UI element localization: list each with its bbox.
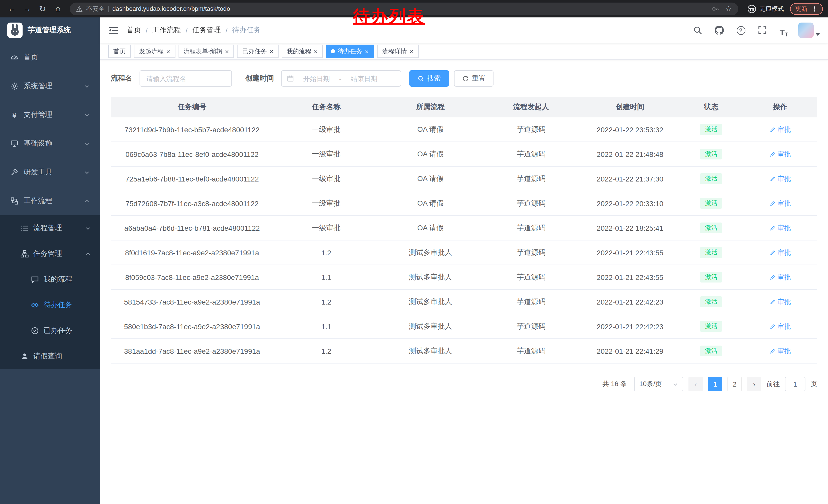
approve-link[interactable]: 审批 [769,322,791,331]
screen: ← → ↻ ⌂ 不安全 dashboard.yudao.iocoder.cn/b… [0,0,828,504]
sidebar-item-process-management[interactable]: 流程管理 [0,215,100,241]
fullscreen-icon[interactable] [755,23,770,37]
process-name-input[interactable] [139,70,232,87]
approve-link[interactable]: 审批 [769,248,791,257]
browser-update-button[interactable]: 更新 ⋮ [790,3,823,15]
cell-action: 审批 [743,174,817,183]
date-range-picker[interactable]: - [281,70,401,87]
browser-home-icon[interactable]: ⌂ [51,2,65,15]
cell-initiator: 芋道源码 [482,223,581,232]
prev-page-button[interactable]: ‹ [689,377,703,391]
create-time-label: 创建时间 [245,74,274,83]
sidebar-item-done-tasks[interactable]: 已办任务 [0,318,100,343]
tab-done-tasks[interactable]: 已办任务 × [237,45,278,58]
sidebar-item-todo-tasks[interactable]: 待办任务 [0,292,100,318]
cell-task-name: 一级审批 [273,199,379,208]
approve-link[interactable]: 审批 [769,174,791,183]
search-icon[interactable] [691,23,705,37]
app-title: 芋道管理系统 [28,26,71,35]
chevron-down-icon [84,83,90,89]
tab-start-process[interactable]: 发起流程 × [134,45,175,58]
col-header-task-id: 任务编号 [111,102,273,112]
sidebar-item-label: 首页 [24,53,90,62]
approve-link[interactable]: 审批 [769,149,791,159]
breadcrumb-separator: / [146,26,148,34]
help-icon[interactable]: ? [734,23,748,37]
cell-task-name: 一级审批 [273,174,379,183]
col-header-status: 状态 [679,102,743,112]
back-icon[interactable]: ← [5,2,18,15]
forward-icon[interactable]: → [20,2,34,15]
next-page-button[interactable]: › [747,377,761,391]
approve-link[interactable]: 审批 [769,125,791,134]
approve-link[interactable]: 审批 [769,199,791,208]
cell-task-name: 一级审批 [273,223,379,232]
reload-icon[interactable]: ↻ [36,2,49,15]
approve-link[interactable]: 审批 [769,273,791,282]
cell-process: OA 请假 [379,174,482,183]
sidebar-item-label: 已办任务 [44,326,91,335]
start-date-input[interactable] [297,75,335,82]
sidebar-item-devtools[interactable]: 研发工具 [0,158,100,187]
close-icon[interactable]: × [314,48,318,55]
close-icon[interactable]: × [269,48,273,55]
not-secure-warning-icon [76,5,83,12]
font-size-icon[interactable]: TT [777,23,791,37]
approve-link[interactable]: 审批 [769,223,791,232]
cell-task-name: 一级审批 [273,149,379,159]
reset-button[interactable]: 重置 [454,70,494,87]
close-icon[interactable]: × [365,48,369,55]
browser-chrome: ← → ↻ ⌂ 不安全 dashboard.yudao.iocoder.cn/b… [0,0,828,17]
bookmark-star-icon[interactable]: ☆ [725,4,732,13]
browser-menu-icon[interactable]: ⋮ [811,5,818,12]
sidebar-item-payment[interactable]: ¥ 支付管理 [0,100,100,129]
workflow-submenu: 流程管理 任务管理 [0,215,100,369]
cell-task-id: 73211d9d-7b9b-11ec-b5b7-acde48001122 [111,125,273,134]
sidebar-item-task-management[interactable]: 任务管理 [0,241,100,267]
sidebar-item-system[interactable]: 系统管理 [0,72,100,100]
table-row: 8f059c03-7ac8-11ec-a9e2-a2380e71991a 1.1… [111,265,817,290]
approve-link[interactable]: 审批 [769,346,791,356]
tab-process-form-edit[interactable]: 流程表单-编辑 × [178,45,234,58]
github-icon[interactable] [712,23,727,37]
close-icon[interactable]: × [166,48,170,55]
hamburger-icon[interactable] [108,25,119,35]
tab-todo-tasks[interactable]: 待办任务 × [326,45,374,58]
password-key-icon[interactable] [711,5,719,12]
user-menu[interactable] [798,22,820,38]
page-button-1[interactable]: 1 [708,377,722,391]
user-avatar[interactable] [798,22,814,38]
tab-my-process[interactable]: 我的流程 × [282,45,323,58]
cell-created: 2022-01-21 22:43:55 [580,248,679,257]
breadcrumb-task-management[interactable]: 任务管理 [192,26,221,35]
chevron-down-icon [84,141,90,146]
sidebar-item-workflow[interactable]: 工作流程 [0,187,100,215]
sidebar-item-home[interactable]: 首页 [0,43,100,72]
sidebar-item-leave-query[interactable]: 请假查询 [0,343,100,369]
sidebar-item-label: 支付管理 [24,110,79,120]
end-date-input[interactable] [345,75,383,82]
sidebar-item-my-process[interactable]: 我的流程 [0,267,100,292]
cell-created: 2022-01-22 21:37:30 [580,175,679,183]
col-header-initiator: 流程发起人 [482,102,581,112]
page-size-select[interactable]: 10条/页 [634,377,683,391]
goto-page-input[interactable] [785,377,805,391]
tab-process-detail[interactable]: 流程详情 × [377,45,418,58]
approve-link[interactable]: 审批 [769,297,791,306]
status-badge: 激活 [700,198,722,209]
breadcrumb-workflow[interactable]: 工作流程 [152,26,181,35]
page-button-2[interactable]: 2 [728,377,742,391]
close-icon[interactable]: × [225,48,229,55]
cell-status: 激活 [679,247,743,258]
close-icon[interactable]: × [409,48,413,55]
breadcrumb-home[interactable]: 首页 [127,26,141,35]
sidebar-item-infrastructure[interactable]: 基础设施 [0,129,100,158]
search-button[interactable]: 搜索 [409,70,449,87]
sidebar-item-label: 任务管理 [33,249,81,259]
chevron-down-icon [84,170,90,175]
tab-home[interactable]: 首页 [108,45,131,58]
sidebar: 芋道管理系统 首页 系统管理 [0,17,100,504]
app-logo-row[interactable]: 芋道管理系统 [0,17,100,43]
cell-status: 激活 [679,296,743,307]
tools-icon [10,168,18,176]
